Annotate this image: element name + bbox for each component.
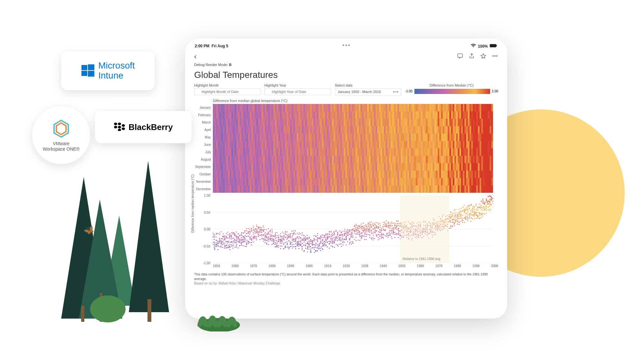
scatter-y-ticks: 1.000.500.00-0.50-1.00 [202, 195, 212, 263]
svg-point-19 [122, 124, 125, 127]
wifi-icon [471, 44, 476, 49]
status-date: Fri Aug 5 [212, 44, 228, 48]
svg-point-17 [114, 126, 117, 128]
decorative-bush [193, 309, 245, 331]
back-button[interactable]: ‹ [194, 52, 196, 61]
windows-icon [81, 64, 95, 78]
legend-title: Difference from Median (°C) [405, 83, 498, 87]
svg-point-7 [90, 295, 126, 322]
svg-rect-4 [81, 306, 84, 322]
svg-point-25 [493, 56, 494, 57]
filter-month-input[interactable] [194, 88, 260, 95]
logo-card-intune: MicrosoftIntune [61, 51, 155, 90]
svg-point-16 [118, 123, 121, 125]
vmware-text-1: VMware [53, 141, 69, 146]
legend-max: 1.00 [492, 89, 498, 93]
svg-rect-22 [490, 44, 496, 47]
tablet-screen: 2:00 PM Fri Aug 5 100% ‹ Deb [186, 40, 506, 317]
date-range-select[interactable]: January 1850 - March 2016⟷ [335, 88, 401, 96]
slider-icon: ⟷ [393, 90, 398, 94]
svg-point-20 [118, 129, 121, 131]
color-legend-bar [414, 89, 490, 94]
logo-card-blackberry: BlackBerry [95, 111, 192, 143]
vmware-text-2: Workspace ONE® [43, 146, 80, 152]
blackberry-text: BlackBerry [128, 122, 173, 132]
svg-rect-12 [88, 71, 94, 77]
decorative-trees [61, 151, 196, 325]
svg-rect-24 [458, 54, 463, 57]
svg-rect-6 [147, 299, 151, 322]
scatter-y-axis-label: Difference from median temperature (°C) [191, 174, 194, 233]
scatter-chart[interactable] [213, 195, 493, 263]
comment-icon[interactable] [457, 53, 463, 61]
svg-marker-14 [56, 123, 66, 135]
svg-point-26 [495, 56, 496, 57]
battery-icon [490, 44, 497, 49]
scatter-x-ticks: 1858186818781888189819081918192819381948… [213, 264, 498, 268]
intune-text-2: Intune [98, 70, 123, 80]
heatmap-title: Difference from median global temperatur… [213, 99, 498, 103]
status-time: 2:00 PM [195, 44, 209, 48]
app-toolbar: ‹ [186, 51, 506, 62]
blackberry-dots-icon [114, 122, 127, 132]
intune-text-1: Microsoft [98, 61, 135, 70]
footnote: This data contains 100 observations of s… [186, 269, 506, 289]
dashboard-title: Global Temperatures [186, 67, 506, 83]
heatmap-y-labels: JanuaryFebruaryMarchAprilMayJuneJulyAugu… [194, 104, 213, 193]
filter-year-input[interactable] [264, 88, 331, 95]
share-icon[interactable] [469, 53, 475, 61]
vmware-hexagon-icon [51, 118, 71, 139]
filter-year-label: Highlight Year [264, 83, 331, 87]
star-icon[interactable] [480, 53, 487, 61]
svg-point-27 [496, 56, 497, 57]
legend-min: -1.00 [405, 89, 412, 93]
svg-point-15 [114, 123, 117, 125]
heatmap-chart[interactable] [213, 104, 493, 193]
svg-rect-11 [81, 71, 87, 76]
status-bar: 2:00 PM Fri Aug 5 100% [186, 40, 506, 51]
reference-period-label: Relative to 1961-1990 avg [403, 257, 440, 261]
filter-month-label: Highlight Month [194, 83, 260, 87]
svg-rect-10 [88, 64, 94, 70]
battery-percent: 100% [478, 44, 488, 49]
more-icon[interactable] [492, 53, 498, 61]
svg-rect-9 [81, 65, 87, 70]
filter-date-label: Select date [335, 83, 401, 87]
svg-point-21 [122, 127, 125, 130]
multitask-dots[interactable] [343, 44, 350, 46]
svg-marker-3 [129, 161, 169, 312]
logo-card-vmware: VMwareWorkspace ONE® [32, 106, 90, 164]
debug-mode-label: Debug Render Mode: B [186, 62, 506, 67]
svg-point-18 [118, 126, 121, 128]
tablet-device: 2:00 PM Fri Aug 5 100% ‹ Deb [185, 39, 507, 319]
svg-rect-23 [496, 45, 497, 46]
